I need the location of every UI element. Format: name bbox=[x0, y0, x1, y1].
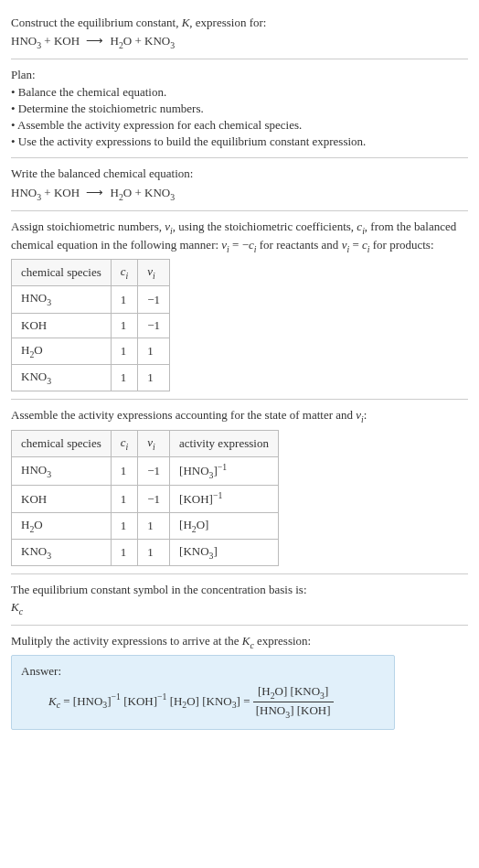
cell-ci: 1 bbox=[111, 286, 138, 313]
eq-hno3: HNO bbox=[11, 34, 37, 48]
eq-plus-koh: + KOH bbox=[41, 34, 82, 48]
plan-b3: • Assemble the activity expression for e… bbox=[11, 117, 468, 134]
th-nui: νi bbox=[138, 260, 170, 286]
prompt-text: Construct the equilibrium constant, bbox=[11, 16, 182, 29]
act: [H bbox=[179, 518, 192, 531]
cell-nui: 1 bbox=[138, 540, 170, 566]
multiply-title: Mulitply the activity expressions to arr… bbox=[11, 633, 468, 651]
prompt-text2: , expression for: bbox=[189, 16, 266, 29]
cell-nui: 1 bbox=[138, 338, 170, 364]
table-row: KOH 1 −1 bbox=[12, 313, 170, 338]
stoich-pre: Assign stoichiometric numbers, bbox=[11, 220, 165, 233]
cell-species: KNO3 bbox=[12, 540, 112, 566]
activity-table: chemical species ci νi activity expressi… bbox=[11, 430, 279, 567]
answer-fraction: [H2O] [KNO3][HNO3] [KOH] bbox=[253, 683, 334, 721]
num-b: O] [KNO bbox=[275, 684, 320, 698]
act: [KNO bbox=[179, 544, 209, 558]
cell-nui: 1 bbox=[138, 365, 170, 391]
stoich-rel1b: = − bbox=[229, 238, 249, 252]
cell-species: H2O bbox=[12, 338, 112, 364]
beq-plus-koh: + KOH bbox=[41, 186, 82, 199]
sp-sub: 3 bbox=[47, 297, 51, 307]
eq-o-kno: O + KNO bbox=[123, 34, 170, 48]
num-c: ] bbox=[325, 684, 328, 698]
beq-o-kno: O + KNO bbox=[123, 186, 170, 199]
sp-sub: 3 bbox=[47, 376, 51, 386]
th-ci-i: i bbox=[126, 271, 129, 281]
stoich-rel1post: for reactants and bbox=[257, 238, 342, 252]
den-b: ] [KOH] bbox=[290, 703, 330, 717]
th-nui-i: i bbox=[153, 441, 155, 451]
den-a: [HNO bbox=[256, 703, 286, 717]
ans-t2sup: −1 bbox=[157, 692, 166, 702]
cell-species: KNO3 bbox=[12, 365, 112, 391]
beq-h: H bbox=[107, 186, 119, 199]
ans-t4a: [KNO bbox=[199, 694, 232, 708]
act-sup: −1 bbox=[213, 490, 222, 500]
th-ci: ci bbox=[111, 430, 138, 456]
cell-activity: [KNO3] bbox=[170, 540, 279, 566]
prompt-equation: HNO3 + KOH ⟶ H2O + KNO3 bbox=[11, 33, 468, 51]
symbol-c: c bbox=[19, 605, 23, 616]
plan-section: Plan: • Balance the chemical equation. •… bbox=[11, 59, 468, 158]
answer-equation: Kc = [HNO3]−1 [KOH]−1 [H2O] [KNO3] = [H2… bbox=[48, 683, 385, 721]
act-sup: −1 bbox=[218, 462, 227, 472]
cell-ci: 1 bbox=[111, 540, 138, 566]
beq-hno3: HNO bbox=[11, 186, 37, 199]
cell-activity: [H2O] bbox=[170, 512, 279, 539]
plan-title: Plan: bbox=[11, 67, 468, 83]
table-row: KOH 1 −1 [KOH]−1 bbox=[12, 486, 279, 513]
sp-b: O bbox=[34, 518, 42, 531]
act: [HNO bbox=[179, 464, 209, 477]
balanced-title: Write the balanced chemical equation: bbox=[11, 166, 468, 182]
prompt-section: Construct the equilibrium constant, K, e… bbox=[11, 7, 468, 59]
mult-pre: Mulitply the activity expressions to arr… bbox=[11, 634, 242, 648]
cell-species: H2O bbox=[12, 512, 112, 539]
table-header-row: chemical species ci νi activity expressi… bbox=[12, 430, 279, 456]
fraction-denominator: [HNO3] [KOH] bbox=[253, 702, 334, 721]
th-species-label: chemical species bbox=[21, 265, 101, 279]
symbol-kc: Kc bbox=[11, 599, 468, 617]
symbol-K: K bbox=[11, 600, 19, 614]
activity-section: Assemble the activity expressions accoun… bbox=[11, 400, 468, 574]
cell-ci: 1 bbox=[111, 313, 138, 338]
answer-label: Answer: bbox=[21, 663, 385, 680]
stoich-section: Assign stoichiometric numbers, νi, using… bbox=[11, 211, 468, 401]
table-header-row: chemical species ci νi bbox=[12, 260, 170, 286]
th-activity: activity expression bbox=[170, 430, 279, 456]
act-close: ] bbox=[213, 544, 217, 558]
table-row: KNO3 1 1 [KNO3] bbox=[12, 540, 279, 566]
cell-species: KOH bbox=[12, 313, 112, 338]
stoich-rel2b: = bbox=[349, 238, 362, 252]
activity-title: Assemble the activity expressions accoun… bbox=[11, 407, 468, 425]
multiply-section: Mulitply the activity expressions to arr… bbox=[11, 626, 468, 737]
cell-ci: 1 bbox=[111, 512, 138, 539]
beq-kno3-sub: 3 bbox=[170, 191, 175, 201]
sp-b: O bbox=[34, 343, 42, 357]
cell-species: HNO3 bbox=[12, 286, 112, 313]
sp: H bbox=[21, 518, 29, 531]
stoich-table: chemical species ci νi HNO3 1 −1 KOH 1 −… bbox=[11, 259, 170, 391]
cell-nui: −1 bbox=[138, 313, 170, 338]
cell-ci: 1 bbox=[111, 338, 138, 364]
cell-species: HNO3 bbox=[12, 456, 112, 486]
ans-t3a: [H bbox=[166, 694, 182, 708]
balanced-section: Write the balanced chemical equation: HN… bbox=[11, 158, 468, 210]
cell-nui: −1 bbox=[138, 286, 170, 313]
cell-species: KOH bbox=[12, 486, 112, 513]
stoich-rel2post: for products: bbox=[369, 238, 433, 252]
th-ci: ci bbox=[111, 260, 138, 286]
activity-post: : bbox=[364, 408, 367, 422]
cell-nui: 1 bbox=[138, 512, 170, 539]
ans-K: K bbox=[48, 694, 57, 708]
th-ci-i: i bbox=[126, 441, 129, 451]
plan-b2: • Determine the stoichiometric numbers. bbox=[11, 101, 468, 117]
sp: H bbox=[21, 343, 29, 357]
ans-t1a: [HNO bbox=[73, 694, 103, 708]
ans-t1sup: −1 bbox=[112, 692, 121, 702]
sp: KNO bbox=[21, 370, 47, 383]
eq-kno3-sub: 3 bbox=[170, 40, 175, 50]
eq-h2o-h: H bbox=[107, 34, 119, 48]
ans-eq2: = bbox=[240, 694, 253, 708]
th-nui: νi bbox=[138, 430, 170, 456]
